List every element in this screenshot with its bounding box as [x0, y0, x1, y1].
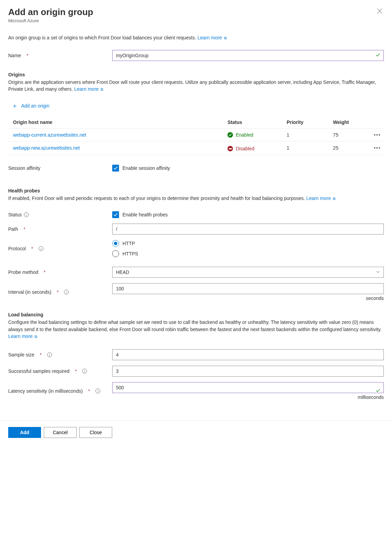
- origins-table: Origin host name Status Priority Weight …: [8, 116, 384, 155]
- probe-method-select[interactable]: HEAD: [112, 267, 384, 278]
- more-icon[interactable]: •••: [374, 132, 381, 138]
- origin-host-link[interactable]: webapp-new.azurewebsites.net: [13, 145, 80, 151]
- origins-description: Origins are the application servers wher…: [8, 79, 384, 93]
- close-button[interactable]: Close: [79, 427, 112, 438]
- enabled-icon: [227, 132, 233, 138]
- external-link-icon: ⧉: [224, 36, 227, 40]
- info-icon[interactable]: i: [95, 389, 100, 393]
- check-icon: [376, 53, 380, 59]
- page-subtitle: Microsoft Azure: [8, 18, 93, 23]
- description: An origin group is a set of origins to w…: [8, 35, 384, 40]
- protocol-label: Protocol * i: [8, 246, 112, 251]
- lb-learn-more-link[interactable]: Learn more ⧉: [8, 333, 37, 339]
- col-host-header: Origin host name: [8, 116, 223, 129]
- more-icon[interactable]: •••: [374, 145, 381, 151]
- health-probes-description: If enabled, Front Door will send periodi…: [8, 195, 384, 202]
- table-row: webapp-current.azurewebsites.net Enabled…: [8, 128, 384, 141]
- latency-label: Latency sensitivity (in milliseconds) * …: [8, 388, 112, 394]
- check-icon: [376, 388, 380, 394]
- external-link-icon: ⧉: [333, 197, 336, 201]
- load-balancing-description: Configure the load balancing settings to…: [8, 319, 384, 340]
- info-icon[interactable]: i: [24, 212, 29, 217]
- name-label: Name *: [8, 53, 112, 58]
- session-affinity-label: Session affinity: [8, 165, 112, 171]
- info-icon[interactable]: i: [82, 369, 87, 374]
- add-origin-button[interactable]: ＋ Add an origin: [8, 102, 50, 110]
- weight-cell: 25: [329, 141, 367, 155]
- col-priority-header: Priority: [283, 116, 329, 129]
- sample-size-label: Sample size * i: [8, 352, 112, 357]
- health-learn-more-link[interactable]: Learn more ⧉: [306, 196, 336, 201]
- chevron-down-icon: [376, 270, 380, 275]
- probe-method-label: Probe method *: [8, 269, 112, 275]
- health-probes-checkbox[interactable]: [112, 211, 119, 218]
- info-icon[interactable]: i: [39, 246, 43, 251]
- external-link-icon: ⧉: [35, 335, 37, 339]
- origins-heading: Origins: [8, 72, 384, 77]
- disabled-icon: [227, 146, 233, 151]
- plus-icon: ＋: [12, 102, 18, 110]
- health-probes-heading: Health probes: [8, 188, 384, 193]
- latency-unit: milliseconds: [112, 394, 384, 400]
- info-icon[interactable]: i: [64, 290, 69, 294]
- learn-more-link[interactable]: Learn more ⧉: [197, 35, 226, 40]
- info-icon[interactable]: i: [47, 352, 52, 357]
- success-samples-label: Successful samples required * i: [8, 368, 112, 374]
- path-label: Path *: [8, 226, 112, 232]
- protocol-http-radio[interactable]: HTTP: [112, 240, 384, 247]
- origins-learn-more-link[interactable]: Learn more ⧉: [74, 86, 103, 92]
- priority-cell: 1: [283, 141, 329, 155]
- close-icon[interactable]: [376, 7, 384, 16]
- name-input[interactable]: [112, 50, 384, 61]
- session-affinity-checkbox-label: Enable session affinity: [122, 165, 170, 171]
- add-button[interactable]: Add: [8, 427, 41, 438]
- col-status-header: Status: [223, 116, 283, 129]
- sample-size-input[interactable]: [112, 349, 384, 360]
- col-weight-header: Weight: [329, 116, 367, 129]
- cancel-button[interactable]: Cancel: [44, 427, 77, 438]
- weight-cell: 75: [329, 128, 367, 141]
- interval-unit: seconds: [112, 295, 384, 301]
- external-link-icon: ⧉: [101, 87, 103, 91]
- table-row: webapp-new.azurewebsites.net Disabled 1 …: [8, 141, 384, 155]
- session-affinity-checkbox[interactable]: [112, 165, 119, 172]
- status-text: Enabled: [236, 132, 253, 138]
- latency-input[interactable]: [112, 382, 384, 393]
- protocol-https-radio[interactable]: HTTPS: [112, 250, 384, 257]
- page-title: Add an origin group: [8, 7, 93, 17]
- priority-cell: 1: [283, 128, 329, 141]
- path-input[interactable]: [112, 224, 384, 235]
- load-balancing-heading: Load balancing: [8, 312, 384, 317]
- origin-host-link[interactable]: webapp-current.azurewebsites.net: [13, 132, 86, 138]
- interval-input[interactable]: [112, 283, 384, 294]
- success-samples-input[interactable]: [112, 366, 384, 377]
- health-probes-checkbox-label: Enable health probes: [122, 212, 168, 217]
- interval-label: Interval (in seconds) * i: [8, 289, 112, 295]
- status-label: Status i: [8, 212, 112, 217]
- status-text: Disabled: [236, 146, 254, 151]
